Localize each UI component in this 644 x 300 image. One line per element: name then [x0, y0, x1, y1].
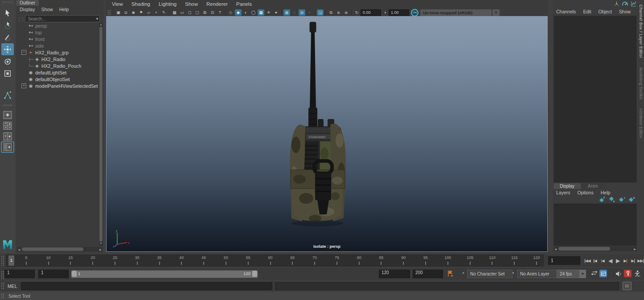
outliner-item-persp[interactable]: ■◄persp: [16, 22, 99, 29]
time-slider-grip[interactable]: [1, 255, 4, 266]
range-start-handle[interactable]: [72, 271, 77, 277]
playback-start-field[interactable]: 1: [38, 270, 69, 278]
range-slider[interactable]: 1 120: [70, 270, 258, 279]
step-back-key-button[interactable]: |◀: [599, 257, 606, 265]
film-gate-icon[interactable]: ▭: [179, 9, 185, 16]
outliner-item-defaultlightset[interactable]: ◉defaultLightSet: [16, 69, 99, 76]
grease-pencil-icon[interactable]: ✎: [160, 9, 167, 16]
slider-speed-icon[interactable]: [622, 1, 628, 8]
script-editor-icon[interactable]: {;}: [623, 282, 632, 290]
evaluation-mode-icon[interactable]: [634, 270, 640, 278]
occlusion-icon[interactable]: ◍: [283, 9, 290, 16]
chevron-down-icon[interactable]: ▼: [579, 270, 586, 278]
outliner-item-side[interactable]: ■◄side: [16, 42, 99, 49]
cached-playback-icon[interactable]: [599, 270, 607, 277]
layer-menu-layers[interactable]: Layers: [556, 190, 570, 195]
range-grip[interactable]: [1, 271, 4, 279]
exposure-field[interactable]: 0.00: [361, 9, 381, 16]
wireframe-icon[interactable]: ◇: [227, 9, 234, 16]
side-tab-channel-box-layer-editor[interactable]: Channel Box / Layer Editor: [639, 0, 643, 63]
outliner-item-hx2_radio[interactable]: ├─◈HX2_Radio: [16, 56, 99, 62]
safe-action-icon[interactable]: ⊡: [209, 9, 216, 16]
command-line-grip[interactable]: [1, 282, 4, 290]
channel-box-menu-channels[interactable]: Channels: [556, 9, 576, 14]
viewport-toolbar-grip[interactable]: [107, 10, 111, 15]
two-pane-layout[interactable]: [2, 132, 13, 141]
layer-tab-anim[interactable]: Anim: [582, 183, 604, 189]
outliner-item-modelpanel4viewselectedset[interactable]: +◉modelPanel4ViewSelectedSet: [16, 82, 99, 89]
mel-command-input[interactable]: [21, 282, 272, 290]
exposure-icon[interactable]: ↻: [353, 9, 360, 16]
camera-attributes-icon[interactable]: ◙: [130, 9, 137, 16]
gate-mask-icon[interactable]: ▢: [194, 9, 201, 16]
lasso-tool-icon[interactable]: [1, 19, 14, 31]
animation-start-field[interactable]: 1: [4, 270, 35, 278]
range-end-handle[interactable]: [252, 271, 257, 277]
viewport-menu-panels[interactable]: Panels: [236, 1, 252, 8]
paint-selection-tool-icon[interactable]: [1, 31, 14, 43]
layer-menu-help[interactable]: Help: [601, 190, 611, 195]
step-forward-key-button[interactable]: ▶|: [622, 257, 629, 265]
viewport-canvas[interactable]: STANDARD: [106, 16, 548, 252]
layer-up-icon[interactable]: [599, 197, 606, 203]
shadows-icon[interactable]: ●: [273, 9, 279, 16]
help-line-grip[interactable]: [1, 293, 4, 299]
channel-box-list[interactable]: [554, 16, 637, 183]
layer-horizontal-scrollbar[interactable]: ◀ ▶: [554, 247, 637, 251]
layer-tab-display[interactable]: Display: [554, 183, 581, 189]
default-material-icon[interactable]: ◯: [250, 9, 257, 16]
current-frame-field[interactable]: [548, 256, 580, 265]
view-transform-toggle[interactable]: ON: [411, 9, 418, 16]
outliner-menu-help[interactable]: Help: [59, 7, 69, 14]
motion-blur-icon[interactable]: ◌: [291, 9, 298, 16]
outliner-horizontal-scrollbar[interactable]: ◀ ▶: [17, 247, 103, 251]
move-tool-icon[interactable]: [1, 43, 14, 55]
four-pane-layout[interactable]: [2, 121, 13, 131]
2d-pan-zoom-icon[interactable]: +: [153, 9, 160, 16]
gamma-icon[interactable]: ◑: [381, 9, 388, 16]
lock-camera-icon[interactable]: ◘: [123, 9, 129, 16]
time-slider[interactable]: 5101520253035404550556065707580859095100…: [6, 255, 544, 267]
anti-alias-icon[interactable]: ◎: [299, 9, 305, 16]
current-time-marker[interactable]: 1: [8, 255, 14, 266]
layer-list[interactable]: [554, 203, 637, 246]
graph-icon[interactable]: [631, 1, 636, 8]
textured-icon[interactable]: ▩: [258, 9, 264, 16]
anim-layer-dropdown[interactable]: No Anim Layer: [517, 270, 557, 278]
depth-of-field-icon[interactable]: ▪: [306, 9, 313, 16]
xray-icon[interactable]: ⧉: [328, 9, 334, 16]
toolbox-grip[interactable]: [2, 1, 13, 4]
channel-box-menu-object[interactable]: Object: [598, 9, 611, 14]
outliner-item-defaultobjectset[interactable]: ◉defaultObjectSet: [16, 76, 99, 82]
resolution-gate-icon[interactable]: ◻: [186, 9, 193, 16]
outliner-persp-layout[interactable]: [2, 142, 13, 152]
lights-icon[interactable]: ☀: [265, 9, 272, 16]
collapse-icon[interactable]: −: [21, 50, 26, 55]
viewport-menu-view[interactable]: View: [112, 1, 123, 8]
grid-icon[interactable]: ▦: [171, 9, 178, 16]
outliner-search-input[interactable]: [25, 15, 100, 22]
mel-label[interactable]: MEL: [8, 284, 17, 289]
radio-pouch-model[interactable]: STANDARD: [273, 20, 362, 230]
outliner-vertical-scrollbar[interactable]: ▲ ▼: [99, 23, 103, 246]
single-pane-layout[interactable]: [2, 110, 13, 120]
new-layer-from-selected-icon[interactable]: [628, 197, 635, 203]
viewport-menu-renderer[interactable]: Renderer: [206, 1, 228, 8]
scroll-left-icon[interactable]: ◀: [17, 248, 21, 251]
chevron-down-icon[interactable]: ▼: [512, 271, 515, 275]
play-forward-button[interactable]: ▶: [614, 257, 621, 265]
scroll-left-icon[interactable]: ◀: [554, 247, 558, 251]
safe-title-icon[interactable]: T: [217, 9, 223, 16]
chevron-down-icon[interactable]: ▼: [492, 9, 500, 16]
channel-box-menu-edit[interactable]: Edit: [583, 9, 591, 14]
scale-tool-icon[interactable]: [1, 67, 14, 79]
viewport-menu-shading[interactable]: Shading: [131, 1, 150, 8]
play-backwards-button[interactable]: ◀: [607, 257, 614, 265]
go-to-start-button[interactable]: |◀◀: [584, 257, 591, 265]
new-empty-layer-icon[interactable]: [619, 197, 625, 203]
show-manipulator-tool-icon[interactable]: [1, 89, 14, 101]
viewport-menu-show[interactable]: Show: [185, 1, 198, 8]
step-back-frame-button[interactable]: |◀: [591, 257, 599, 265]
step-forward-frame-button[interactable]: ▶|: [629, 257, 636, 265]
isolate-select-icon[interactable]: ◲: [317, 9, 324, 16]
